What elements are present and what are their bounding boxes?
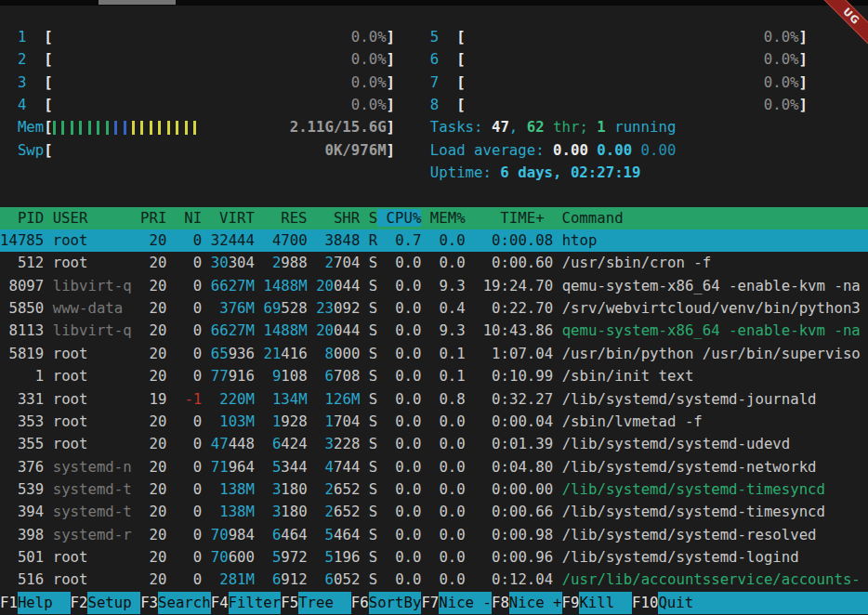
cell-state: S — [369, 548, 377, 566]
process-row-512[interactable]: 512 root 20 0 30304 2988 2704 S 0.0 0.0 … — [0, 252, 868, 274]
cell-pri: 20 — [140, 321, 166, 339]
swp-meter-value: 0K/976M — [324, 141, 386, 159]
cell-ni: 0 — [176, 299, 202, 317]
cell-cpu: 0.0 — [387, 526, 422, 543]
cell-virt: 448 — [229, 435, 255, 452]
cell-pri: 20 — [140, 299, 166, 317]
cell-user: www-data — [53, 299, 132, 317]
cell-state: S — [369, 345, 377, 362]
process-row-14785[interactable]: 14785 root 20 0 32444 4700 3848 R 0.7 0.… — [0, 229, 868, 252]
running-count: 1 — [597, 118, 605, 136]
cell-time: 0:00.66 — [474, 503, 553, 520]
cell-res: 988 — [281, 254, 307, 271]
cell-mem: 0.0 — [430, 412, 466, 430]
cell-command: /lib/systemd/systemd-journald — [562, 390, 817, 408]
process-row-353[interactable]: 353 root 20 0 103M 1928 1704 S 0.0 0.0 0… — [0, 411, 868, 433]
process-row-8097[interactable]: 8097 libvirt-q 20 0 6627M 1488M 20044 S … — [0, 275, 868, 297]
cell-shr: 052 — [334, 570, 360, 588]
cpu3-meter-id: 3 — [18, 73, 26, 91]
cell-pri: 20 — [140, 503, 166, 520]
process-row-398[interactable]: 398 systemd-r 20 0 70984 6464 5464 S 0.0… — [0, 524, 868, 546]
cell-pri: 20 — [140, 412, 166, 430]
cell-time: 10:43.86 — [474, 321, 553, 339]
cell-pid: 539 — [0, 480, 44, 498]
process-row-1[interactable]: 1 root 20 0 77916 9108 6708 S 0.0 0.1 0:… — [0, 365, 868, 387]
cell-virt: 444 — [229, 231, 255, 249]
cell-state: S — [369, 480, 377, 498]
fkey-label: F2 — [71, 592, 88, 614]
cell-user: systemd-t — [53, 503, 132, 520]
process-row-5819[interactable]: 5819 root 20 0 65936 21416 8000 S 0.0 0.… — [0, 343, 868, 365]
cell-pid: 331 — [0, 390, 44, 408]
cell-res: 180 — [281, 503, 307, 520]
cell-user: systemd-r — [53, 526, 132, 543]
fbar-filler — [711, 592, 868, 614]
cell-pri: 20 — [140, 231, 166, 249]
cell-pid: 5819 — [0, 345, 44, 362]
process-row-5850[interactable]: 5850 www-data 20 0 376M 69528 23092 S 0.… — [0, 297, 868, 320]
cpu6-meter-value: 0.0% — [466, 50, 799, 68]
process-row-331[interactable]: 331 root 19 -1 220M 134M 126M S 0.0 0.8 … — [0, 388, 868, 411]
cell-cpu: 0.0 — [387, 458, 422, 476]
cell-pri: 20 — [140, 480, 166, 498]
fkey-nice-[interactable]: F8Nice + — [492, 592, 562, 614]
cell-time: 0:01.39 — [474, 435, 553, 452]
cell-time: 0:04.80 — [474, 458, 553, 476]
cell-shr: 704 — [334, 254, 360, 271]
process-row-8113[interactable]: 8113 libvirt-q 20 0 6627M 1488M 20044 S … — [0, 320, 868, 342]
fkey-quit[interactable]: F10Quit — [632, 592, 711, 614]
fkey-action: Kill — [579, 592, 632, 614]
fkey-search[interactable]: F3Search — [140, 592, 211, 614]
cell-virt: 916 — [229, 367, 255, 385]
blank-line — [0, 184, 868, 206]
fkey-tree[interactable]: F5Tree — [281, 592, 351, 614]
tasks-count: 47 — [492, 118, 509, 136]
column-header-cpu-sort[interactable]: CPU% — [377, 209, 421, 227]
cpu5-meter-value: 0.0% — [466, 28, 799, 46]
cell-command: /lib/systemd/systemd-timesyncd — [562, 503, 825, 520]
process-row-501[interactable]: 501 root 20 0 70600 5972 5196 S 0.0 0.0 … — [0, 546, 868, 569]
cell-pid: 516 — [0, 570, 44, 588]
cell-res: 912 — [281, 570, 307, 588]
fkey-action: Filter — [229, 592, 282, 614]
cell-ni: 0 — [176, 321, 202, 339]
cell-time: 0:22.70 — [474, 299, 553, 317]
process-row-394[interactable]: 394 systemd-t 20 0 138M 3180 2652 S 0.0 … — [0, 501, 868, 523]
fkey-nice-[interactable]: F7Nice - — [421, 592, 492, 614]
cell-pid: 355 — [0, 435, 44, 452]
process-row-516[interactable]: 516 root 20 0 281M 6912 6052 S 0.0 0.0 0… — [0, 569, 868, 591]
cell-user: root — [53, 435, 132, 452]
cell-mem: 0.0 — [430, 435, 466, 452]
cell-command: /lib/systemd/systemd-timesyncd — [562, 480, 825, 498]
column-headers-row[interactable]: PID USER PRI NI VIRT RES SHR S CPU% MEM%… — [0, 207, 868, 229]
cell-cpu: 0.0 — [387, 277, 422, 294]
cpu2-meter-value: 0.0% — [53, 50, 387, 68]
cpu-meter-row: 2 [ 0.0%] 6 [ 0.0%] — [0, 48, 868, 71]
process-row-539[interactable]: 539 systemd-t 20 0 138M 3180 2652 S 0.0 … — [0, 478, 868, 501]
cell-virt: 138M — [211, 480, 255, 498]
cell-pri: 20 — [140, 435, 166, 452]
process-table: PID USER PRI NI VIRT RES SHR S CPU% MEM%… — [0, 207, 868, 592]
fkey-sortby[interactable]: F6SortBy — [351, 592, 422, 614]
cell-shr: 848 — [334, 231, 360, 249]
cpu1-meter-value: 0.0% — [53, 28, 387, 46]
process-row-376[interactable]: 376 systemd-n 20 0 71964 5344 4744 S 0.0… — [0, 456, 868, 478]
cell-mem: 0.0 — [430, 480, 466, 498]
fkey-setup[interactable]: F2Setup — [71, 592, 141, 614]
mem-meter-label: Mem — [18, 118, 44, 136]
fkey-kill[interactable]: F9Kill — [562, 592, 633, 614]
meters-panel: 1 [ 0.0%] 5 [ 0.0%] 2 [ 0.0%] 6 [ 0.0%] … — [0, 26, 868, 184]
cell-user: root — [53, 548, 132, 566]
fkey-label: F4 — [211, 592, 229, 614]
fkey-filter[interactable]: F4Filter — [211, 592, 282, 614]
load-5min: 0.00 — [597, 141, 640, 159]
cell-pid: 512 — [0, 254, 44, 271]
function-key-bar: F1Help F2Setup F3SearchF4FilterF5Tree F6… — [0, 592, 868, 614]
swp-meter-row: Swp[ 0K/976M] Load average: 0.00 0.00 0.… — [0, 139, 868, 162]
fkey-help[interactable]: F1Help — [0, 592, 71, 614]
terminal-content: 1 [ 0.0%] 5 [ 0.0%] 2 [ 0.0%] 6 [ 0.0%] … — [0, 6, 868, 614]
process-row-355[interactable]: 355 root 20 0 47448 6424 3228 S 0.0 0.0 … — [0, 433, 868, 455]
fkey-label: F10 — [632, 592, 658, 614]
cpu7-meter-id: 7 — [430, 73, 439, 91]
cell-virt: 220M — [211, 390, 255, 408]
